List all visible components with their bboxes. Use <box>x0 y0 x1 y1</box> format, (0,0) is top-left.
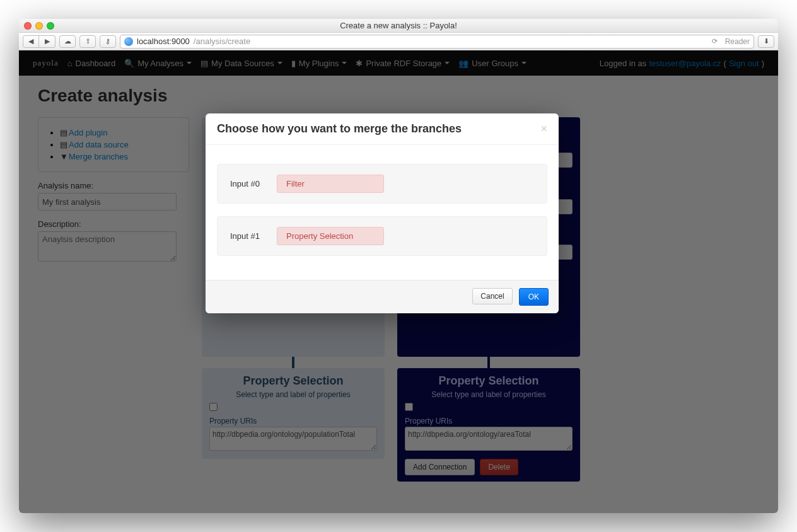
cancel-button[interactable]: Cancel <box>472 288 512 304</box>
url-host: localhost:9000 <box>137 37 190 46</box>
input-value-pill[interactable]: Property Selection <box>277 227 384 245</box>
input-label: Input #1 <box>230 231 277 241</box>
browser-window: Create a new analysis :: Payola! ◀ ▶ ☁ ⇪… <box>19 19 778 513</box>
page-viewport: payola ⌂Dashboard 🔍My Analyses ▤My Data … <box>19 50 778 513</box>
merge-branches-modal: Choose how you want to merge the branche… <box>206 113 559 313</box>
modal-title: Choose how you want to merge the branche… <box>217 122 462 136</box>
icloud-button[interactable]: ☁ <box>59 35 76 48</box>
window-title: Create a new analysis :: Payola! <box>19 21 778 30</box>
window-titlebar: Create a new analysis :: Payola! <box>19 19 778 33</box>
forward-button[interactable]: ▶ <box>39 35 55 48</box>
merge-input-row: Input #0 Filter <box>217 164 547 204</box>
url-path: /analysis/create <box>194 37 250 46</box>
share-button[interactable]: ⇪ <box>79 35 96 48</box>
ok-button[interactable]: OK <box>519 288 549 306</box>
downloads-button[interactable]: ⬇ <box>758 35 774 48</box>
input-label: Input #0 <box>230 179 277 188</box>
merge-input-row: Input #1 Property Selection <box>217 216 547 256</box>
reader-button[interactable]: Reader <box>725 37 750 46</box>
close-icon[interactable]: × <box>540 122 547 136</box>
back-button[interactable]: ◀ <box>23 35 39 48</box>
site-icon <box>124 37 133 46</box>
input-value-pill[interactable]: Filter <box>277 175 384 193</box>
key-button[interactable]: ⚷ <box>100 35 116 48</box>
browser-toolbar: ◀ ▶ ☁ ⇪ ⚷ localhost:9000/analysis/create… <box>19 33 778 50</box>
reload-icon[interactable]: ⟳ <box>712 37 718 45</box>
url-bar[interactable]: localhost:9000/analysis/create ⟳ Reader <box>120 35 754 49</box>
